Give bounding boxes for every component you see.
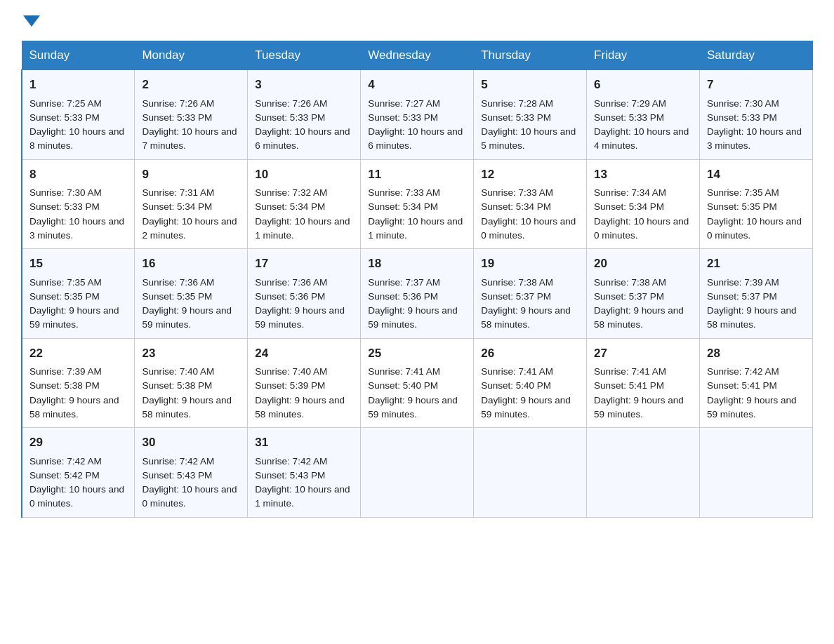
daylight-label: Daylight: 10 hours and 0 minutes. [29,484,124,509]
daylight-label: Daylight: 10 hours and 0 minutes. [142,484,237,509]
daylight-label: Daylight: 10 hours and 6 minutes. [368,126,463,151]
weekday-header-row: SundayMondayTuesdayWednesdayThursdayFrid… [22,41,813,70]
day-number: 3 [255,76,353,94]
sunset-label: Sunset: 5:36 PM [368,291,438,302]
sunset-label: Sunset: 5:37 PM [594,291,664,302]
day-number: 6 [594,76,692,94]
weekday-header-thursday: Thursday [474,41,587,70]
sunrise-label: Sunrise: 7:37 AM [368,277,440,288]
day-number: 29 [29,434,127,452]
day-number: 28 [707,344,805,363]
day-number: 21 [707,255,805,273]
sunset-label: Sunset: 5:41 PM [707,380,777,391]
sunrise-label: Sunrise: 7:38 AM [481,277,553,288]
sunset-label: Sunset: 5:33 PM [368,112,438,123]
calendar-cell: 31 Sunrise: 7:42 AM Sunset: 5:43 PM Dayl… [248,428,361,518]
page-header [21,14,813,27]
sunrise-label: Sunrise: 7:28 AM [481,98,553,109]
daylight-label: Daylight: 10 hours and 0 minutes. [594,216,689,241]
weekday-header-sunday: Sunday [22,41,135,70]
sunrise-label: Sunrise: 7:36 AM [255,277,327,288]
sunrise-label: Sunrise: 7:38 AM [594,277,666,288]
calendar-cell: 8 Sunrise: 7:30 AM Sunset: 5:33 PM Dayli… [22,159,135,249]
day-number: 23 [142,344,240,363]
weekday-header-friday: Friday [587,41,700,70]
daylight-label: Daylight: 10 hours and 7 minutes. [142,126,237,151]
sunset-label: Sunset: 5:43 PM [255,470,325,481]
calendar-cell: 28 Sunrise: 7:42 AM Sunset: 5:41 PM Dayl… [700,338,813,428]
sunrise-label: Sunrise: 7:35 AM [29,277,102,288]
day-number: 7 [707,76,805,94]
sunrise-label: Sunrise: 7:39 AM [29,366,102,377]
sunrise-label: Sunrise: 7:34 AM [594,187,666,198]
week-row-1: 1 Sunrise: 7:25 AM Sunset: 5:33 PM Dayli… [22,70,813,160]
sunrise-label: Sunrise: 7:35 AM [707,187,779,198]
sunset-label: Sunset: 5:37 PM [707,291,777,302]
sunset-label: Sunset: 5:35 PM [142,291,212,302]
sunset-label: Sunset: 5:43 PM [142,470,212,481]
calendar-cell: 9 Sunrise: 7:31 AM Sunset: 5:34 PM Dayli… [135,159,248,249]
daylight-label: Daylight: 10 hours and 0 minutes. [707,216,802,241]
sunrise-label: Sunrise: 7:30 AM [29,187,102,198]
sunrise-label: Sunrise: 7:42 AM [255,456,327,467]
daylight-label: Daylight: 10 hours and 2 minutes. [142,216,237,241]
daylight-label: Daylight: 9 hours and 59 minutes. [29,305,119,330]
calendar-cell: 29 Sunrise: 7:42 AM Sunset: 5:42 PM Dayl… [22,428,135,518]
day-number: 11 [368,166,466,184]
daylight-label: Daylight: 10 hours and 5 minutes. [481,126,576,151]
calendar-cell: 2 Sunrise: 7:26 AM Sunset: 5:33 PM Dayli… [135,70,248,160]
calendar-cell: 3 Sunrise: 7:26 AM Sunset: 5:33 PM Dayli… [248,70,361,160]
daylight-label: Daylight: 9 hours and 59 minutes. [255,305,345,330]
calendar-cell [700,428,813,518]
calendar-cell: 1 Sunrise: 7:25 AM Sunset: 5:33 PM Dayli… [22,70,135,160]
sunrise-label: Sunrise: 7:32 AM [255,187,327,198]
daylight-label: Daylight: 9 hours and 58 minutes. [29,395,119,420]
daylight-label: Daylight: 10 hours and 6 minutes. [255,126,350,151]
day-number: 15 [29,255,127,273]
weekday-header-tuesday: Tuesday [248,41,361,70]
calendar-cell: 4 Sunrise: 7:27 AM Sunset: 5:33 PM Dayli… [361,70,474,160]
sunset-label: Sunset: 5:36 PM [255,291,325,302]
daylight-label: Daylight: 9 hours and 59 minutes. [481,395,571,420]
sunset-label: Sunset: 5:42 PM [29,470,100,481]
day-number: 1 [29,76,127,94]
sunrise-label: Sunrise: 7:41 AM [481,366,553,377]
sunset-label: Sunset: 5:37 PM [481,291,551,302]
sunset-label: Sunset: 5:33 PM [481,112,551,123]
daylight-label: Daylight: 10 hours and 1 minute. [368,216,463,241]
sunset-label: Sunset: 5:34 PM [255,201,325,212]
calendar-cell: 11 Sunrise: 7:33 AM Sunset: 5:34 PM Dayl… [361,159,474,249]
daylight-label: Daylight: 10 hours and 3 minutes. [29,216,124,241]
sunset-label: Sunset: 5:33 PM [594,112,664,123]
sunset-label: Sunset: 5:41 PM [594,380,664,391]
calendar-cell [361,428,474,518]
daylight-label: Daylight: 10 hours and 8 minutes. [29,126,124,151]
sunrise-label: Sunrise: 7:29 AM [594,98,666,109]
calendar-cell: 16 Sunrise: 7:36 AM Sunset: 5:35 PM Dayl… [135,249,248,339]
sunset-label: Sunset: 5:40 PM [368,380,438,391]
logo-text [21,14,40,27]
sunrise-label: Sunrise: 7:36 AM [142,277,214,288]
day-number: 25 [368,344,466,363]
calendar-cell: 17 Sunrise: 7:36 AM Sunset: 5:36 PM Dayl… [248,249,361,339]
calendar-cell [587,428,700,518]
calendar-cell: 25 Sunrise: 7:41 AM Sunset: 5:40 PM Dayl… [361,338,474,428]
sunrise-label: Sunrise: 7:33 AM [481,187,553,198]
day-number: 22 [29,344,127,363]
sunrise-label: Sunrise: 7:40 AM [255,366,327,377]
day-number: 10 [255,166,353,184]
calendar-cell: 6 Sunrise: 7:29 AM Sunset: 5:33 PM Dayli… [587,70,700,160]
daylight-label: Daylight: 10 hours and 4 minutes. [594,126,689,151]
daylight-label: Daylight: 9 hours and 59 minutes. [368,305,458,330]
sunset-label: Sunset: 5:39 PM [255,380,325,391]
day-number: 12 [481,166,579,184]
sunrise-label: Sunrise: 7:33 AM [368,187,440,198]
calendar-cell: 22 Sunrise: 7:39 AM Sunset: 5:38 PM Dayl… [22,338,135,428]
sunrise-label: Sunrise: 7:30 AM [707,98,779,109]
sunrise-label: Sunrise: 7:41 AM [594,366,666,377]
day-number: 19 [481,255,579,273]
day-number: 4 [368,76,466,94]
day-number: 18 [368,255,466,273]
sunset-label: Sunset: 5:33 PM [707,112,777,123]
calendar-cell: 10 Sunrise: 7:32 AM Sunset: 5:34 PM Dayl… [248,159,361,249]
